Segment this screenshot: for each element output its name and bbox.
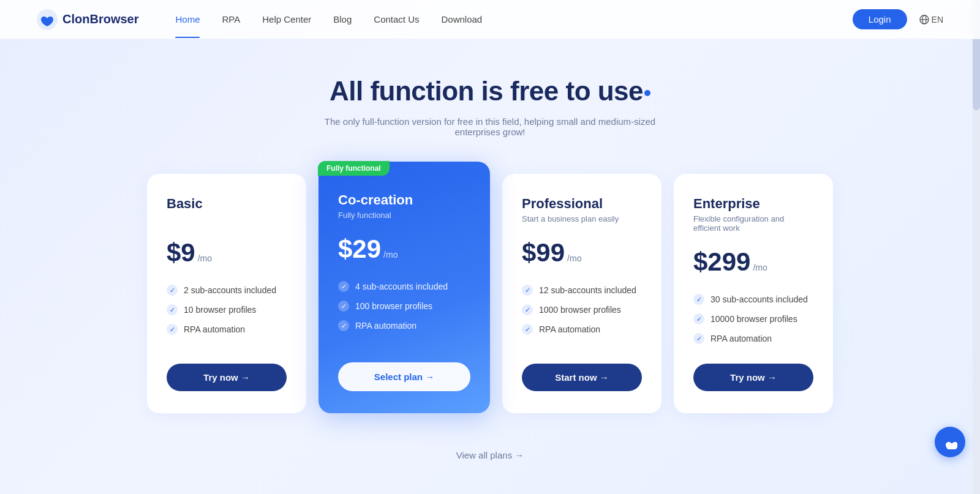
lang-label: EN xyxy=(932,15,943,24)
check-icon: ✓ xyxy=(338,281,349,292)
plan-features-professional: ✓ 12 sub-accounts included ✓ 1000 browse… xyxy=(522,285,642,344)
nav-home[interactable]: Home xyxy=(175,14,200,24)
plan-subtitle-co-creation: Fully functional xyxy=(338,211,470,220)
feature-item: ✓ 12 sub-accounts included xyxy=(522,285,642,296)
plan-price-basic: $9 /mo xyxy=(167,238,287,268)
nav-help-center[interactable]: Help Center xyxy=(262,14,311,24)
plan-card-co-creation: Fully functional Co-creation Fully funct… xyxy=(318,162,490,413)
featured-badge: Fully functional xyxy=(318,161,390,176)
check-icon: ✓ xyxy=(693,294,704,305)
nav-rpa[interactable]: RPA xyxy=(222,14,240,24)
plan-features-co-creation: ✓ 4 sub-accounts included ✓ 100 browser … xyxy=(338,281,470,343)
check-icon: ✓ xyxy=(167,285,178,296)
scrollbar-track[interactable] xyxy=(973,0,980,494)
check-icon: ✓ xyxy=(693,333,704,344)
plan-card-basic: Basic $9 /mo ✓ 2 sub-accounts included ✓… xyxy=(147,174,306,413)
nav-right: Login EN xyxy=(853,9,943,29)
view-all-link[interactable]: View all plans → xyxy=(456,450,524,460)
plan-price-co-creation: $29 /mo xyxy=(338,234,470,264)
plan-subtitle-basic xyxy=(167,214,287,223)
nav-download[interactable]: Download xyxy=(442,14,483,24)
plan-subtitle-enterprise: Flexible configuration and efficient wor… xyxy=(693,214,813,233)
navbar: ClonBrowser Home RPA Help Center Blog Co… xyxy=(0,0,980,39)
plan-cta-professional[interactable]: Start now → xyxy=(522,364,642,391)
check-icon: ✓ xyxy=(522,304,533,315)
plan-cta-basic[interactable]: Try now → xyxy=(167,364,287,391)
pricing-section: Basic $9 /mo ✓ 2 sub-accounts included ✓… xyxy=(0,162,980,438)
check-icon: ✓ xyxy=(338,320,349,331)
floating-chat-button[interactable] xyxy=(935,427,965,457)
globe-icon xyxy=(919,15,929,24)
feature-item: ✓ RPA automation xyxy=(167,324,287,335)
language-selector[interactable]: EN xyxy=(919,15,943,24)
feature-item: ✓ 1000 browser profiles xyxy=(522,304,642,315)
check-icon: ✓ xyxy=(522,285,533,296)
title-dot xyxy=(644,90,650,96)
plan-cta-enterprise[interactable]: Try now → xyxy=(693,364,813,391)
plan-cta-co-creation[interactable]: Select plan → xyxy=(338,362,470,391)
nav-links: Home RPA Help Center Blog Contact Us Dow… xyxy=(175,14,852,24)
brand-name: ClonBrowser xyxy=(62,12,138,26)
nav-blog[interactable]: Blog xyxy=(333,14,352,24)
plan-price-professional: $99 /mo xyxy=(522,238,642,268)
plan-features-enterprise: ✓ 30 sub-accounts included ✓ 10000 brows… xyxy=(693,294,813,344)
feature-item: ✓ RPA automation xyxy=(338,320,470,331)
plan-price-enterprise: $299 /mo xyxy=(693,247,813,277)
hero-section: All function is free to use The only ful… xyxy=(0,39,980,162)
feature-item: ✓ 30 sub-accounts included xyxy=(693,294,813,305)
plan-name-co-creation: Co-creation xyxy=(338,192,470,208)
plan-name-professional: Professional xyxy=(522,196,642,212)
check-icon: ✓ xyxy=(693,313,704,324)
logo[interactable]: ClonBrowser xyxy=(37,9,138,30)
feature-item: ✓ 4 sub-accounts included xyxy=(338,281,470,292)
plan-card-enterprise: Enterprise Flexible configuration and ef… xyxy=(674,174,833,413)
feature-item: ✓ 10 browser profiles xyxy=(167,304,287,315)
check-icon: ✓ xyxy=(522,324,533,335)
feature-item: ✓ 10000 browser profiles xyxy=(693,313,813,324)
login-button[interactable]: Login xyxy=(853,9,907,29)
feature-item: ✓ RPA automation xyxy=(522,324,642,335)
plan-name-basic: Basic xyxy=(167,196,287,212)
feature-item: ✓ 2 sub-accounts included xyxy=(167,285,287,296)
check-icon: ✓ xyxy=(338,301,349,312)
plan-name-enterprise: Enterprise xyxy=(693,196,813,212)
plan-card-professional: Professional Start a business plan easil… xyxy=(502,174,662,413)
view-all-section: View all plans → xyxy=(0,438,980,485)
hero-title: All function is free to use xyxy=(12,76,968,107)
hero-subtitle: The only full-function version for free … xyxy=(306,116,674,137)
check-icon: ✓ xyxy=(167,304,178,315)
plan-subtitle-professional: Start a business plan easily xyxy=(522,214,642,223)
chat-icon xyxy=(943,435,957,449)
check-icon: ✓ xyxy=(167,324,178,335)
feature-item: ✓ RPA automation xyxy=(693,333,813,344)
feature-item: ✓ 100 browser profiles xyxy=(338,301,470,312)
plan-features-basic: ✓ 2 sub-accounts included ✓ 10 browser p… xyxy=(167,285,287,344)
nav-contact-us[interactable]: Contact Us xyxy=(374,14,419,24)
